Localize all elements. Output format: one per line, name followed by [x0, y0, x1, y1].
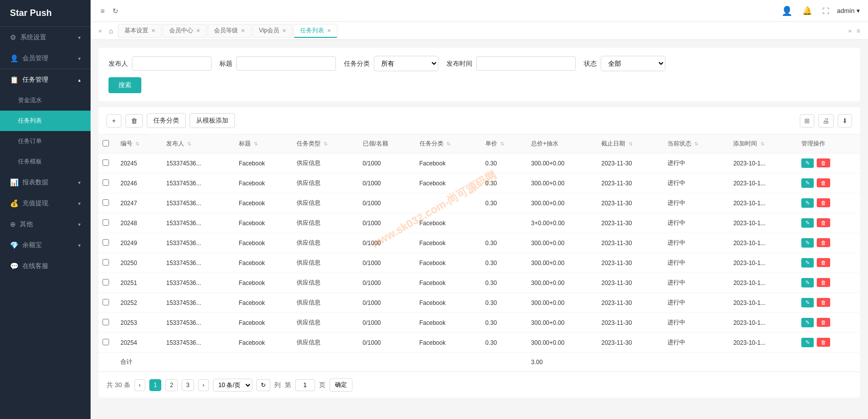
remove-button[interactable]: 🗑: [817, 278, 830, 287]
collapse-icon[interactable]: ≡: [99, 5, 107, 17]
tab-tasklist[interactable]: 任务列表 ✕: [294, 24, 337, 38]
add-button[interactable]: +: [107, 114, 121, 128]
edit-button[interactable]: ✎: [801, 278, 814, 287]
remove-button[interactable]: 🗑: [817, 158, 830, 167]
tab-basic[interactable]: 基本设置 ✕: [118, 24, 162, 38]
sidebar-item-tasklist[interactable]: 任务列表: [0, 111, 91, 131]
task-cat-select[interactable]: 所有 Facebook Twitter Instagram: [374, 56, 438, 71]
edit-button[interactable]: ✎: [801, 258, 814, 268]
page-1-button[interactable]: 1: [149, 379, 162, 391]
expand-icon[interactable]: ⛶: [820, 5, 831, 17]
edit-button[interactable]: ✎: [801, 198, 814, 208]
tab-vip[interactable]: Vip会员 ✕: [252, 24, 293, 38]
close-icon[interactable]: ✕: [282, 28, 286, 33]
next-page-button[interactable]: ›: [198, 379, 209, 391]
refresh-icon[interactable]: ↻: [110, 5, 120, 17]
title-input[interactable]: [236, 56, 336, 71]
total-count: 共 30 条: [107, 381, 130, 390]
col-total-commission: 总价+抽水: [527, 135, 597, 153]
cell-add-time: 2023-10-1...: [729, 313, 797, 333]
cell-deadline: 2023-11-30: [597, 313, 663, 333]
remove-button[interactable]: 🗑: [817, 338, 830, 347]
sidebar-item-tasktemplate[interactable]: 任务模板: [0, 151, 91, 172]
delete-button[interactable]: 🗑: [125, 114, 143, 128]
search-button[interactable]: 搜索: [108, 77, 141, 93]
close-icon[interactable]: ✕: [196, 28, 200, 33]
sidebar-item-report[interactable]: 📊 报表数据 ▾: [0, 172, 91, 193]
topbar: ≡ ↻ 👤 🔔 ⛶ admin ▾: [91, 0, 868, 22]
refresh-button[interactable]: ↻: [256, 379, 270, 391]
remove-button[interactable]: 🗑: [817, 178, 830, 187]
sidebar-item-fund[interactable]: 资金流水: [0, 90, 91, 111]
cell-price: 0.30: [481, 293, 527, 313]
row-checkbox[interactable]: [103, 319, 109, 325]
tab-member-level[interactable]: 会员等级 ✕: [208, 24, 251, 38]
export-button[interactable]: ⬇: [838, 114, 852, 128]
page-3-button[interactable]: 3: [182, 379, 194, 391]
remove-button[interactable]: 🗑: [817, 258, 830, 267]
service-icon: 💬: [10, 262, 18, 270]
sidebar-item-system[interactable]: ⚙ 系统设置 ▾: [0, 27, 91, 48]
cell-publisher: 153374536...: [162, 213, 235, 233]
row-checkbox[interactable]: [103, 179, 109, 186]
sidebar-item-recharge[interactable]: 💰 充值提现 ▾: [0, 193, 91, 214]
row-checkbox[interactable]: [103, 199, 109, 206]
status-select[interactable]: 全部 进行中 已完成 已暂停: [601, 56, 665, 71]
sidebar-item-balance[interactable]: 💎 余额宝 ▾: [0, 235, 91, 256]
user-menu[interactable]: admin ▾: [837, 7, 860, 14]
remove-button[interactable]: 🗑: [817, 318, 830, 327]
remove-button[interactable]: 🗑: [817, 298, 830, 307]
row-checkbox[interactable]: [103, 339, 109, 345]
print-button[interactable]: 🖨: [818, 114, 834, 128]
sidebar-item-service[interactable]: 💬 在线客服: [0, 256, 91, 277]
row-checkbox[interactable]: [103, 219, 109, 226]
table-row: 20245 153374536... Facebook 供应信息 0/1000 …: [99, 153, 860, 173]
home-tab[interactable]: ⌂: [105, 27, 117, 35]
cell-actions: ✎ 🗑: [797, 153, 860, 173]
tab-member-center[interactable]: 会员中心 ✕: [163, 24, 207, 38]
page-size-select[interactable]: 10 条/页 20 条/页 50 条/页: [213, 379, 252, 392]
prev-page-button[interactable]: ‹: [134, 379, 145, 391]
edit-button[interactable]: ✎: [801, 298, 814, 307]
row-checkbox[interactable]: [103, 279, 109, 285]
tabs-prev-icon[interactable]: «: [97, 27, 104, 34]
sidebar-item-member[interactable]: 👤 会员管理 ▾: [0, 48, 91, 69]
select-all-checkbox[interactable]: [103, 140, 109, 146]
page-2-button[interactable]: 2: [165, 379, 178, 391]
filter-task-cat: 任务分类 所有 Facebook Twitter Instagram: [344, 56, 438, 71]
notification-icon[interactable]: 🔔: [800, 4, 814, 17]
row-checkbox[interactable]: [103, 299, 109, 305]
edit-button[interactable]: ✎: [801, 338, 814, 347]
remove-button[interactable]: 🗑: [817, 238, 830, 247]
chevron-down-icon: ▾: [78, 222, 81, 227]
row-checkbox[interactable]: [103, 159, 109, 166]
tabs-next-icon[interactable]: »: [846, 27, 854, 34]
sidebar-item-label: 报表数据: [22, 178, 48, 187]
publish-time-input[interactable]: [476, 56, 576, 71]
task-cat-button[interactable]: 任务分类: [147, 113, 186, 128]
cell-actions: ✎ 🗑: [797, 193, 860, 213]
sidebar-item-task[interactable]: 📋 任务管理 ▴: [0, 69, 91, 90]
close-icon[interactable]: ✕: [241, 28, 245, 33]
publisher-input[interactable]: [132, 56, 212, 71]
edit-button[interactable]: ✎: [801, 158, 814, 168]
page-jump-input[interactable]: [295, 379, 315, 391]
edit-button[interactable]: ✎: [801, 178, 814, 188]
edit-button[interactable]: ✎: [801, 218, 814, 228]
cell-deadline: 2023-11-30: [597, 213, 663, 233]
sidebar-item-taskorder[interactable]: 任务订单: [0, 131, 91, 151]
row-checkbox[interactable]: [103, 239, 109, 246]
close-icon[interactable]: ✕: [327, 28, 331, 33]
template-button[interactable]: 从模板添加: [190, 113, 235, 128]
row-checkbox[interactable]: [103, 259, 109, 266]
sidebar-item-other[interactable]: ⊕ 其他 ▾: [0, 214, 91, 235]
edit-button[interactable]: ✎: [801, 238, 814, 248]
close-icon[interactable]: ✕: [151, 28, 155, 33]
page-confirm-button[interactable]: 确定: [329, 378, 352, 392]
grid-view-button[interactable]: ⊞: [800, 114, 814, 128]
edit-button[interactable]: ✎: [801, 318, 814, 327]
remove-button[interactable]: 🗑: [817, 198, 830, 207]
cell-task-cat: Facebook: [416, 313, 482, 333]
tabs-more-icon[interactable]: ≡: [855, 27, 862, 34]
remove-button[interactable]: 🗑: [817, 218, 830, 227]
